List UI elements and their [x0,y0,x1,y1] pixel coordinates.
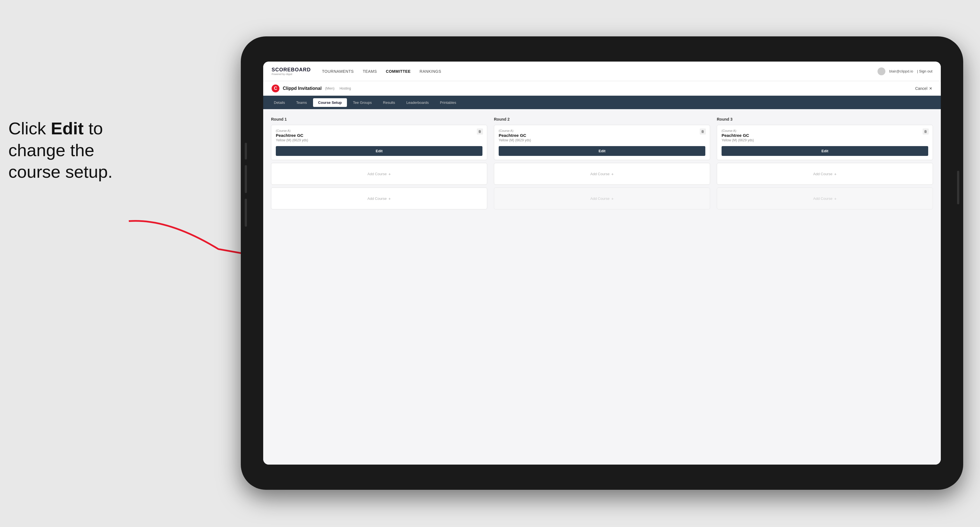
tab-printables[interactable]: Printables [435,98,461,107]
scoreboard-logo: SCOREBOARD [272,67,311,73]
sub-header: C Clippd Invitational (Men) Hosting Canc… [263,81,941,96]
round-3-add-course-2: Add Course + [717,187,933,210]
nav-links: TOURNAMENTS TEAMS COMMITTEE RANKINGS [322,69,878,74]
tournament-name: Clippd Invitational [283,86,322,91]
close-icon: ✕ [929,86,932,90]
edit-emphasis: Edit [51,119,84,138]
logo-subtitle: Powered by clippd [272,73,311,76]
round-2-add-course-2: Add Course + [494,187,710,210]
round-1-add-course-1-label: Add Course [368,172,387,176]
round-1-course-name: Peachtree GC [276,133,482,138]
instruction-text: Click Edit tochange thecourse setup. [8,117,171,183]
round-2-plus-icon-2: + [611,196,614,201]
round-3-label: Round 3 [717,117,933,121]
round-2-add-course-1-label: Add Course [590,172,609,176]
round-1-edit-button[interactable]: Edit [276,146,482,156]
rounds-grid: Round 1 🗑 (Course A) Peachtree GC Yellow… [271,117,933,212]
round-2-course-card: 🗑 (Course A) Peachtree GC Yellow (M) (66… [494,125,710,160]
round-3-add-course-2-label: Add Course [813,197,832,201]
round-2-course-details: Yellow (M) (6629 yds) [499,138,705,142]
tab-teams[interactable]: Teams [291,98,312,107]
user-avatar [878,67,885,75]
round-1-add-course-1[interactable]: Add Course + [271,163,487,185]
round-1-column: Round 1 🗑 (Course A) Peachtree GC Yellow… [271,117,487,212]
nav-committee[interactable]: COMMITTEE [386,69,411,74]
top-nav: SCOREBOARD Powered by clippd TOURNAMENTS… [263,62,941,81]
user-email: blair@clippd.io [889,69,913,73]
nav-teams[interactable]: TEAMS [363,69,377,74]
tournament-gender: (Men) [325,86,335,90]
round-3-course-details: Yellow (M) (6629 yds) [722,138,928,142]
round-3-edit-button[interactable]: Edit [722,146,928,156]
round-3-course-name: Peachtree GC [722,133,928,138]
tablet-screen: SCOREBOARD Powered by clippd TOURNAMENTS… [263,62,941,465]
round-2-add-course-1[interactable]: Add Course + [494,163,710,185]
hosting-badge: Hosting [340,86,351,90]
nav-right: blair@clippd.io | Sign out [878,67,932,75]
round-1-add-course-2-label: Add Course [368,197,387,201]
round-1-plus-icon-2: + [388,196,391,201]
main-content: Round 1 🗑 (Course A) Peachtree GC Yellow… [263,109,941,465]
round-1-plus-icon-1: + [388,171,391,176]
round-3-delete-button[interactable]: 🗑 [923,129,929,135]
round-2-column: Round 2 🗑 (Course A) Peachtree GC Yellow… [494,117,710,212]
tab-bar: Details Teams Course Setup Tee Groups Re… [263,96,941,109]
tablet-frame: SCOREBOARD Powered by clippd TOURNAMENTS… [241,37,963,490]
nav-tournaments[interactable]: TOURNAMENTS [322,69,354,74]
round-3-plus-icon-2: + [834,196,837,201]
round-2-delete-button[interactable]: 🗑 [700,129,706,135]
round-2-label: Round 2 [494,117,710,121]
sign-out-link[interactable]: | Sign out [917,69,932,73]
round-1-course-details: Yellow (M) (6629 yds) [276,138,482,142]
round-3-plus-icon-1: + [834,171,837,176]
round-3-add-course-1-label: Add Course [813,172,832,176]
round-3-column: Round 3 🗑 (Course A) Peachtree GC Yellow… [717,117,933,212]
round-1-course-tag: (Course A) [276,129,482,132]
round-1-course-card: 🗑 (Course A) Peachtree GC Yellow (M) (66… [271,125,487,160]
tab-results[interactable]: Results [378,98,400,107]
round-2-course-name: Peachtree GC [499,133,705,138]
tab-leaderboards[interactable]: Leaderboards [401,98,434,107]
round-3-course-tag: (Course A) [722,129,928,132]
sub-header-left: C Clippd Invitational (Men) Hosting [272,84,351,92]
tab-details[interactable]: Details [269,98,290,107]
round-1-label: Round 1 [271,117,487,121]
round-2-plus-icon-1: + [611,171,614,176]
logo-area: SCOREBOARD Powered by clippd [272,67,311,76]
nav-rankings[interactable]: RANKINGS [420,69,441,74]
round-3-course-card: 🗑 (Course A) Peachtree GC Yellow (M) (66… [717,125,933,160]
tab-tee-groups[interactable]: Tee Groups [348,98,377,107]
round-2-add-course-2-label: Add Course [590,197,609,201]
clippd-logo: C [272,84,280,92]
round-1-delete-button[interactable]: 🗑 [477,129,483,135]
round-3-add-course-1[interactable]: Add Course + [717,163,933,185]
round-2-course-tag: (Course A) [499,129,705,132]
cancel-button[interactable]: Cancel ✕ [915,86,932,90]
tab-course-setup[interactable]: Course Setup [313,98,347,107]
round-1-add-course-2[interactable]: Add Course + [271,187,487,210]
round-2-edit-button[interactable]: Edit [499,146,705,156]
